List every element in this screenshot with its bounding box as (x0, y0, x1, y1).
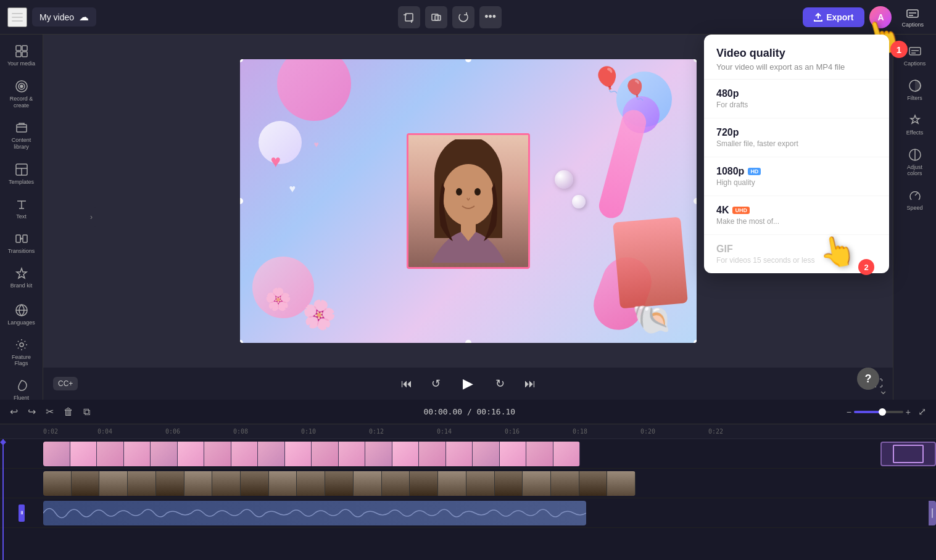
svg-rect-11 (22, 52, 27, 57)
right-sidebar: Captions Filters Effects Adjustcolors (893, 35, 936, 400)
rotate-button[interactable] (452, 6, 474, 28)
timeline-area: ↩ ↪ ✂ 🗑 ⧉ 00:00.00 / 00:16.10 − + ⤢ 0:02… (0, 400, 936, 560)
timeline-time-display: 00:00.00 / 00:16.10 (97, 407, 842, 416)
sidebar-item-speed[interactable]: Speed (896, 184, 934, 216)
svg-rect-15 (17, 125, 27, 132)
redo-button[interactable]: ↪ (25, 403, 38, 420)
timeline-toolbar: ↩ ↪ ✂ 🗑 ⧉ 00:00.00 / 00:16.10 − + ⤢ (0, 400, 936, 424)
expand-panel-button[interactable]: › (86, 207, 96, 227)
svg-rect-5 (907, 10, 918, 17)
project-name: My video (39, 12, 74, 22)
portrait-frame (407, 133, 530, 269)
svg-rect-30 (909, 47, 921, 55)
uhd-badge: UHD (732, 207, 750, 214)
resize-handle-br[interactable] (694, 340, 697, 343)
playback-bar: CC+ ⏮ ↺ ▶ ↻ ⏭ ⛶ (43, 368, 893, 400)
undo-button[interactable]: ↩ (7, 403, 20, 420)
duplicate-button[interactable]: ⧉ (81, 404, 93, 420)
sidebar-item-effects[interactable]: Effects (896, 109, 934, 141)
sidebar-item-brand-kit[interactable]: Brand kit (2, 261, 41, 294)
zoom-in-button[interactable]: + (906, 407, 911, 417)
sidebar-item-feature-flags[interactable]: FeatureFlags (2, 333, 41, 371)
svg-rect-9 (22, 46, 27, 51)
quality-option-480p[interactable]: 480p For drafts (704, 80, 889, 118)
sidebar-item-captions[interactable]: Captions (896, 39, 934, 72)
zoom-slider[interactable] (854, 411, 903, 413)
track-content-video[interactable] (43, 471, 936, 496)
sidebar-item-filters[interactable]: Filters (896, 74, 934, 106)
project-name-tab[interactable]: My video ☁ (32, 7, 96, 27)
svg-point-13 (20, 85, 23, 88)
skip-back-button[interactable]: ⏮ (397, 374, 416, 393)
hd-badge: HD (748, 168, 761, 175)
export-dropdown-header: Video quality Your video will export as … (704, 35, 889, 80)
export-dropdown-title: Video quality (716, 47, 877, 60)
quality-option-4k[interactable]: 4K UHD Make the most of... (704, 196, 889, 235)
help-button[interactable]: ? (857, 368, 879, 390)
svg-point-23 (20, 343, 23, 347)
video-preview[interactable]: ♥ ♥ ♥ 🎈 🎈 (240, 59, 697, 343)
sidebar-item-your-media[interactable]: Your media (2, 39, 41, 72)
timeline-ruler: 0:02 0:04 0:06 0:08 0:10 0:12 0:14 0:16 … (0, 424, 936, 439)
resize-handle-rm[interactable] (694, 198, 697, 204)
svg-rect-20 (16, 235, 20, 242)
svg-line-36 (915, 193, 917, 196)
svg-rect-21 (23, 235, 27, 242)
top-right-actions: Export A Captions (803, 4, 929, 30)
sidebar-item-record-create[interactable]: Record &create (2, 75, 41, 114)
avatar[interactable]: A (869, 6, 892, 28)
track-overlay (0, 439, 936, 469)
timeline-tracks: ⏸ (0, 439, 936, 560)
skip-forward-button[interactable]: ⏭ (520, 374, 540, 393)
left-sidebar: Your media Record &create Contentlibrary (0, 35, 43, 400)
svg-rect-10 (16, 52, 21, 57)
cloud-icon: ☁ (79, 11, 89, 23)
more-options-button[interactable]: ••• (479, 6, 502, 28)
track-video (0, 469, 936, 498)
ruler-marks: 0:02 0:04 0:06 0:08 0:10 0:12 0:14 0:16 … (43, 428, 936, 435)
track-content-overlay[interactable] (43, 442, 936, 466)
resize-handle-tm[interactable] (465, 59, 471, 62)
svg-rect-4 (435, 15, 441, 20)
delete-button[interactable]: 🗑 (61, 404, 76, 420)
captions-sidebar-btn[interactable]: Captions (897, 4, 929, 30)
svg-point-28 (474, 188, 481, 196)
export-dropdown-subtitle: Your video will export as an MP4 file (716, 62, 877, 72)
sidebar-item-text[interactable]: Text (2, 192, 41, 224)
sidebar-item-adjust-colors[interactable]: Adjustcolors (896, 143, 934, 181)
sidebar-item-transitions[interactable]: Transitions (2, 227, 41, 259)
collapse-button[interactable]: ⌄ (879, 384, 888, 397)
zoom-out-button[interactable]: − (847, 407, 851, 417)
sidebar-item-languages[interactable]: Languages (2, 299, 41, 331)
crop-button[interactable] (398, 6, 420, 28)
zoom-control: − + ⤢ (847, 403, 929, 420)
sidebar-item-content-library[interactable]: Contentlibrary (2, 116, 41, 155)
cc-button[interactable]: CC+ (53, 377, 78, 390)
track-audio: ⏸ (0, 498, 936, 528)
sidebar-item-fluent-theme[interactable]: FluentTheme (2, 374, 41, 400)
toolbar-center: ••• (101, 6, 798, 28)
resize-handle-tl[interactable] (240, 59, 243, 62)
quality-option-1080p[interactable]: 1080p HD High quality (704, 157, 889, 196)
top-bar: My video ☁ ••• (0, 0, 936, 35)
svg-point-27 (456, 188, 462, 196)
playhead[interactable] (2, 439, 4, 560)
resize-button[interactable] (425, 6, 447, 28)
rewind-button[interactable]: ↺ (426, 374, 446, 393)
track-content-audio[interactable] (43, 501, 936, 525)
track-label-audio: ⏸ (0, 504, 43, 522)
sidebar-item-templates[interactable]: Templates (2, 158, 41, 190)
cut-button[interactable]: ✂ (43, 403, 56, 420)
quality-option-gif[interactable]: GIF For videos 15 seconds or less (704, 235, 889, 273)
resize-handle-bl[interactable] (240, 340, 243, 343)
play-pause-button[interactable]: ▶ (456, 371, 481, 396)
export-dropdown: Video quality Your video will export as … (704, 35, 889, 273)
resize-handle-bm[interactable] (465, 340, 471, 343)
quality-option-720p[interactable]: 720p Smaller file, faster export (704, 118, 889, 157)
menu-button[interactable] (7, 7, 27, 27)
forward-button[interactable]: ↻ (491, 374, 510, 393)
resize-handle-lm[interactable] (240, 198, 243, 204)
resize-handle-tr[interactable] (694, 59, 697, 62)
export-button[interactable]: Export (803, 7, 864, 27)
fit-timeline-button[interactable]: ⤢ (916, 403, 929, 420)
